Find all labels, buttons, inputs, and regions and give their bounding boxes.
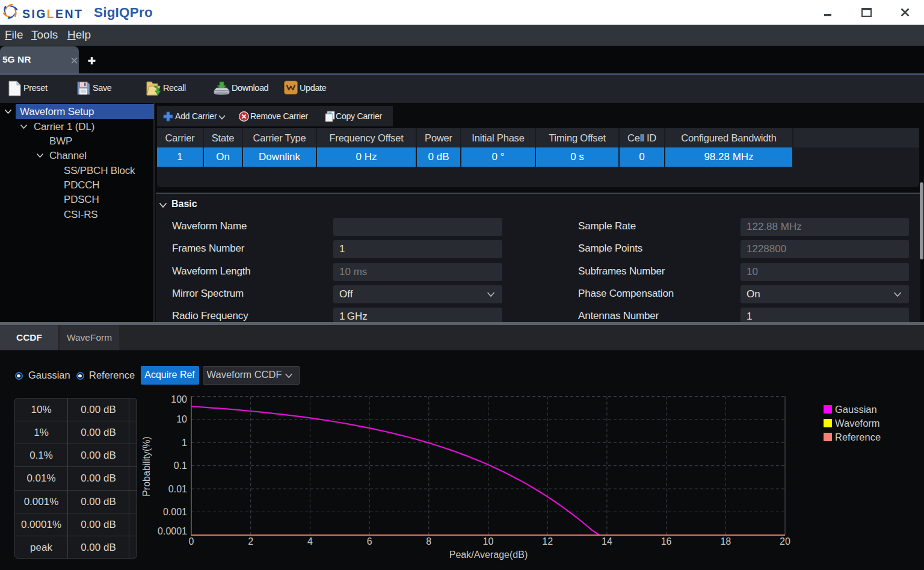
svg-text:14: 14 [602,536,612,547]
svg-text:0.0001: 0.0001 [158,526,187,536]
svg-text:12: 12 [542,536,553,547]
svg-text:100: 100 [171,394,187,404]
svg-text:0: 0 [189,536,194,547]
svg-text:8: 8 [426,536,431,547]
svg-text:4: 4 [307,536,313,547]
svg-text:Peak/Average(dB): Peak/Average(dB) [449,550,528,560]
svg-text:0.01: 0.01 [168,484,187,494]
svg-text:0.001: 0.001 [163,507,187,517]
svg-text:6: 6 [367,536,372,547]
svg-text:20: 20 [780,536,790,547]
svg-text:1: 1 [182,438,187,448]
svg-text:10: 10 [483,536,494,547]
svg-text:10: 10 [176,414,187,424]
svg-text:16: 16 [661,536,672,547]
svg-text:2: 2 [248,536,253,547]
svg-text:18: 18 [720,536,731,547]
svg-text:0.1: 0.1 [174,460,187,471]
